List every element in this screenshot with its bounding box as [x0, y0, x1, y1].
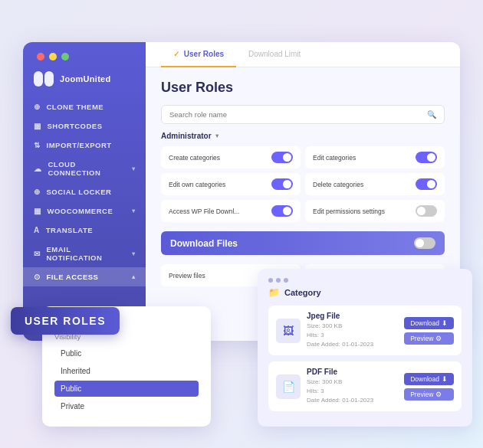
- sidebar-item-label: CLOUD CONNECTION: [48, 160, 126, 177]
- tabs-bar: ✓ User Roles Download Limit: [146, 42, 460, 67]
- file-actions-pdf: Download ⬇ Preview ⚙: [404, 373, 454, 401]
- file-meta-jpeg: Size: 300 KB Hits: 3 Date Added: 01-01-2…: [307, 322, 398, 349]
- chevron-down-icon: ▾: [132, 250, 136, 257]
- close-dot: [37, 53, 44, 60]
- toggle-download-files[interactable]: [414, 237, 435, 249]
- sidebar-item-social-locker[interactable]: ⊕ SOCIAL LOCKER: [23, 182, 146, 201]
- sidebar: JoomUnited ⊕ CLONE THEME ▦ SHORTCODES ⇅ …: [23, 42, 146, 341]
- tab-download-limit[interactable]: Download Limit: [236, 42, 313, 67]
- sidebar-item-import-export[interactable]: ⇅ IMPORT/EXPORT: [23, 136, 146, 155]
- file-name-pdf: PDF File: [307, 368, 398, 376]
- toggle-edit-categories[interactable]: [416, 152, 437, 163]
- sidebar-item-label: WOOCOMMERCE: [48, 207, 113, 215]
- search-input[interactable]: [169, 110, 427, 119]
- folder-icon: 📁: [268, 287, 280, 298]
- chevron-up-icon: ▴: [132, 273, 136, 280]
- window-controls: [37, 53, 69, 60]
- chevron-down-icon: ▾: [132, 208, 136, 214]
- translate-icon: A: [34, 226, 40, 234]
- search-icon: 🔍: [427, 110, 436, 119]
- sidebar-item-cloud-connection[interactable]: ☁ CLOUD CONNECTION ▾: [23, 155, 146, 182]
- category-title: Category: [284, 288, 321, 297]
- preview-button-pdf[interactable]: Preview ⚙: [404, 388, 454, 401]
- admin-dropdown[interactable]: Administrator ▾: [161, 132, 445, 140]
- logo-text: JoomUnited: [60, 74, 111, 83]
- import-export-icon: ⇅: [34, 141, 41, 149]
- sidebar-item-woocommerce[interactable]: ▦ WOOCOMMERCE ▾: [23, 201, 146, 221]
- toggle-access-wp[interactable]: [271, 205, 293, 217]
- sidebar-item-clone-theme[interactable]: ⊕ CLONE THEME: [23, 97, 146, 116]
- search-bar[interactable]: 🔍: [161, 105, 445, 124]
- tab-user-roles[interactable]: ✓ User Roles: [161, 42, 236, 67]
- toggle-delete-categories[interactable]: [416, 178, 437, 190]
- file-access-icon: ⊙: [34, 273, 41, 281]
- perm-label: Edit permissions settings: [313, 208, 385, 215]
- chevron-down-icon: ▾: [215, 132, 219, 139]
- perm-delete-categories: Delete categories: [305, 173, 445, 195]
- perm-edit-categories: Edit categories: [305, 146, 445, 168]
- file-info-pdf: PDF File Size: 300 KB Hits: 3 Date Added…: [307, 368, 398, 405]
- perm-label: Preview files: [169, 272, 205, 280]
- clone-icon: ⊕: [34, 103, 41, 111]
- file-card-jpeg: 🖼 Jpeg File Size: 300 KB Hits: 3 Date Ad…: [268, 306, 462, 355]
- gear-icon: ⚙: [435, 335, 442, 342]
- sidebar-item-translate[interactable]: A TRANSLATE: [23, 221, 146, 240]
- download-files-row: Download Files: [161, 231, 445, 255]
- sidebar-item-label: FILE ACCESS: [47, 273, 99, 281]
- file-thumb-jpeg: 🖼: [276, 319, 301, 343]
- category-header: 📁 Category: [268, 287, 462, 298]
- toggle-edit-own-categories[interactable]: [271, 178, 293, 190]
- sidebar-item-shortcodes[interactable]: ▦ SHORTCODES: [23, 116, 146, 136]
- sidebar-item-label: TRANSLATE: [46, 226, 93, 234]
- file-meta-pdf: Size: 300 KB Hits: 3 Date Added: 01-01-2…: [307, 378, 398, 405]
- file-size: Size: 300 KB: [307, 322, 342, 329]
- file-thumb-pdf: 📄: [276, 374, 301, 399]
- file-date: Date Added: 01-01-2023: [307, 397, 373, 404]
- maximize-dot: [61, 53, 69, 60]
- page-title: User Roles: [161, 80, 445, 96]
- email-icon: ✉: [34, 250, 41, 258]
- sidebar-item-email-notification[interactable]: ✉ EMAIL NOTIFICATION ▾: [23, 240, 146, 267]
- sidebar-item-label: IMPORT/EXPORT: [47, 141, 112, 149]
- download-button-jpeg[interactable]: Download ⬇: [404, 317, 454, 329]
- tab-label: User Roles: [184, 50, 224, 58]
- perm-label: Edit own categories: [169, 181, 225, 188]
- checkmark-icon: ✓: [173, 50, 179, 58]
- three-dots: [268, 278, 462, 283]
- download-icon: ⬇: [442, 375, 448, 383]
- download-button-pdf[interactable]: Download ⬇: [404, 373, 454, 385]
- permissions-grid: Create categories Edit categories Edit o…: [161, 146, 445, 286]
- file-date: Date Added: 01-01-2023: [307, 341, 373, 348]
- file-name-jpeg: Jpeg File: [307, 312, 398, 320]
- sidebar-item-label: SOCIAL LOCKER: [47, 188, 112, 196]
- file-hits: Hits: 3: [307, 388, 324, 394]
- minimize-dot: [49, 53, 57, 60]
- sidebar-item-label: EMAIL NOTIFICATION: [47, 245, 126, 262]
- category-panel: 📁 Category 🖼 Jpeg File Size: 300 KB Hits…: [258, 269, 472, 427]
- perm-label: Edit categories: [313, 154, 356, 162]
- file-size: Size: 300 KB: [307, 378, 342, 385]
- perm-edit-own-categories: Edit own categories: [161, 173, 301, 195]
- visibility-option-public-selected[interactable]: Public: [54, 381, 199, 397]
- dot-3: [284, 278, 288, 283]
- file-actions-jpeg: Download ⬇ Preview ⚙: [404, 317, 454, 345]
- download-files-label: Download Files: [170, 238, 238, 249]
- tab-label: Download Limit: [248, 50, 301, 58]
- banner-label: USER ROLES: [25, 315, 106, 327]
- perm-edit-permissions-settings: Edit permissions settings: [305, 200, 445, 222]
- sidebar-item-label: CLONE THEME: [47, 103, 104, 111]
- file-hits: Hits: 3: [307, 332, 324, 338]
- perm-label: Access WP File Downl...: [169, 208, 239, 215]
- file-card-pdf: 📄 PDF File Size: 300 KB Hits: 3 Date Add…: [268, 361, 462, 411]
- sidebar-item-file-access[interactable]: ⊙ FILE ACCESS ▴: [23, 267, 146, 286]
- visibility-option-public-1[interactable]: Public: [54, 345, 199, 361]
- visibility-option-private[interactable]: Private: [54, 398, 199, 414]
- visibility-option-inherited[interactable]: Inherited: [54, 363, 199, 379]
- toggle-create-categories[interactable]: [271, 152, 293, 163]
- chevron-down-icon: ▾: [132, 165, 136, 172]
- toggle-edit-permissions[interactable]: [416, 205, 437, 217]
- perm-label: Create categories: [169, 154, 220, 162]
- gear-icon: ⚙: [435, 391, 442, 398]
- perm-create-categories: Create categories: [161, 146, 301, 168]
- preview-button-jpeg[interactable]: Preview ⚙: [404, 332, 454, 345]
